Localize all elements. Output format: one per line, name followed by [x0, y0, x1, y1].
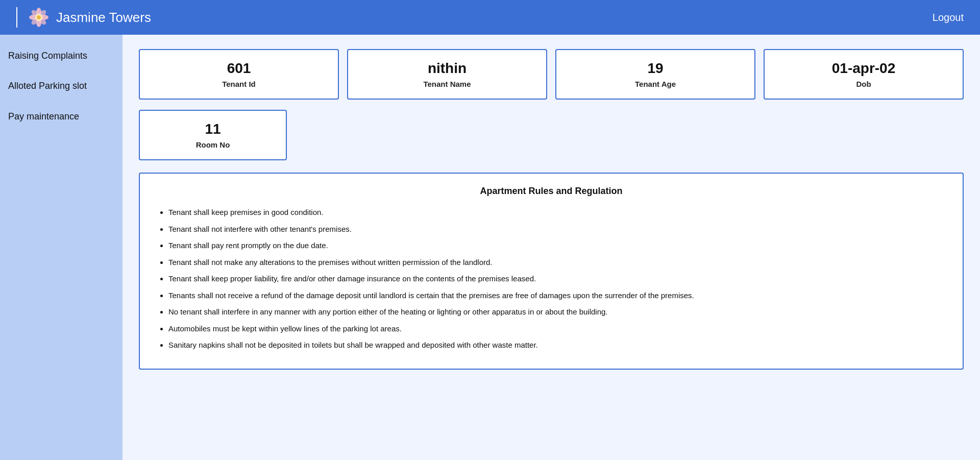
tenant-age-label: Tenant Age	[635, 80, 676, 88]
main-content: 601 Tenant Id nithin Tenant Name 19 Tena…	[122, 35, 980, 460]
sidebar-item-pay-maintenance[interactable]: Pay maintenance	[8, 111, 114, 123]
app-header: Jasmine Towers Logout	[0, 0, 980, 35]
list-item: Tenant shall pay rent promptly on the du…	[168, 240, 946, 252]
list-item: Sanitary napkins shall not be deposited …	[168, 340, 946, 351]
tenant-id-card: 601 Tenant Id	[139, 49, 339, 100]
tenant-age-value: 19	[647, 60, 663, 77]
room-no-label: Room No	[196, 140, 230, 149]
tenant-dob-value: 01-apr-02	[832, 60, 896, 77]
sidebar: Raising Complaints Alloted Parking slot …	[0, 35, 122, 460]
rules-list: Tenant shall keep premises in good condi…	[156, 207, 946, 351]
tenant-id-value: 601	[227, 60, 251, 77]
logout-button[interactable]: Logout	[933, 12, 964, 23]
tenant-name-label: Tenant Name	[423, 80, 471, 88]
main-layout: Raising Complaints Alloted Parking slot …	[0, 35, 980, 460]
app-title: Jasmine Towers	[56, 10, 151, 26]
list-item: Automobiles must be kept within yellow l…	[168, 323, 946, 335]
header-left: Jasmine Towers	[16, 7, 151, 28]
rules-box: Apartment Rules and Regulation Tenant sh…	[139, 173, 964, 370]
list-item: Tenant shall not make any alterations to…	[168, 257, 946, 269]
sidebar-item-alloted-parking-slot[interactable]: Alloted Parking slot	[8, 80, 114, 92]
room-no-card: 11 Room No	[139, 110, 287, 160]
tenant-info-row1: 601 Tenant Id nithin Tenant Name 19 Tena…	[139, 49, 964, 100]
sidebar-item-raising-complaints[interactable]: Raising Complaints	[8, 50, 114, 62]
tenant-name-card: nithin Tenant Name	[347, 49, 547, 100]
tenant-age-card: 19 Tenant Age	[555, 49, 755, 100]
tenant-dob-card: 01-apr-02 Dob	[764, 49, 964, 100]
room-no-value: 11	[205, 121, 220, 137]
list-item: Tenants shall not receive a refund of th…	[168, 290, 946, 302]
tenant-name-value: nithin	[428, 60, 467, 77]
tenant-info-row2: 11 Room No	[139, 110, 964, 160]
svg-point-9	[37, 15, 41, 19]
list-item: No tenant shall interfere in any manner …	[168, 306, 946, 318]
tenant-id-label: Tenant Id	[222, 80, 256, 88]
rules-title: Apartment Rules and Regulation	[156, 186, 946, 197]
flower-logo-icon	[29, 7, 49, 28]
list-item: Tenant shall keep premises in good condi…	[168, 207, 946, 219]
tenant-dob-label: Dob	[856, 80, 871, 88]
list-item: Tenant shall keep proper liability, fire…	[168, 273, 946, 285]
header-divider	[16, 7, 17, 28]
list-item: Tenant shall not interfere with other te…	[168, 224, 946, 235]
